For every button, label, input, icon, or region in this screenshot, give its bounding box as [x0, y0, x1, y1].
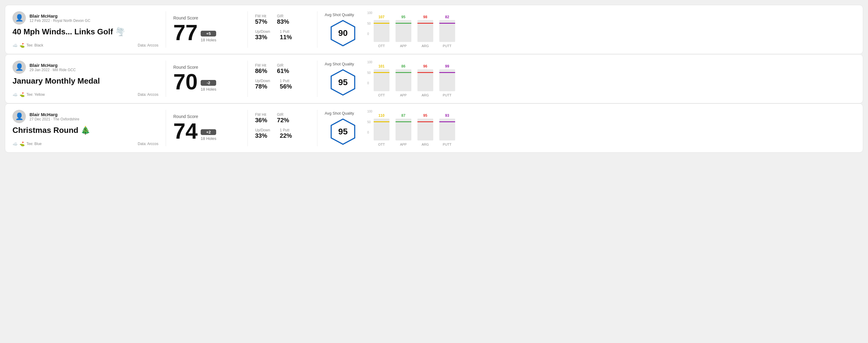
chart-bar-arg: 95 ARG	[417, 114, 433, 146]
card-left-2: 👤 Blair McHarg 29 Jan 2022 · Mill Ride G…	[12, 61, 158, 97]
score-badge-3: +2	[201, 129, 216, 135]
card-footer-1: ☁️ ⛳ Tee: Black Data: Arccos	[12, 43, 158, 48]
avatar-1: 👤	[12, 11, 26, 25]
cloud-icon-3: ☁️	[12, 142, 18, 146]
card-chart-1: 100 50 0 107 OTT 95 APP 98 ARG	[361, 11, 856, 48]
one-putt-stat-1: 1 Putt 11%	[280, 30, 292, 41]
axis-50: 50	[367, 120, 372, 124]
one-putt-stat-2: 1 Putt 56%	[280, 79, 292, 90]
divider-left-3	[166, 110, 166, 146]
data-source-2: Data: Arccos	[138, 92, 158, 97]
chart-col-label-putt: PUTT	[443, 93, 452, 97]
avatar-2: 👤	[12, 61, 26, 74]
avatar-icon-1: 👤	[15, 14, 23, 22]
chart-value-putt: 82	[445, 15, 449, 19]
fw-hit-stat-3: FW Hit 36%	[255, 113, 267, 124]
up-down-label-2: Up/Down	[255, 79, 270, 83]
card-stats-1: FW Hit 57% GIR 83% Up/Down 33% 1 Putt	[255, 11, 310, 48]
tee-info-1: ☁️ ⛳ Tee: Black	[12, 43, 43, 48]
tee-label-2: Tee: Yellow	[26, 92, 45, 97]
card-chart-2: 100 50 0 101 OTT 86 APP 96 ARG	[361, 61, 856, 97]
avatar-icon-3: 👤	[15, 113, 23, 120]
round-title-2: January Monthly Medal	[12, 76, 158, 86]
up-down-value-2: 78%	[255, 83, 270, 90]
score-row-1: 77 +5 18 Holes	[173, 22, 240, 43]
card-left-3: 👤 Blair McHarg 27 Dec 2021 · The Oxfords…	[12, 110, 158, 146]
score-row-3: 74 +2 18 Holes	[173, 120, 240, 142]
score-number-1: 77	[173, 22, 197, 43]
axis-0: 0	[367, 82, 372, 85]
chart-bar-ott: 110 OTT	[374, 114, 390, 146]
one-putt-value-1: 11%	[280, 34, 292, 41]
chart-bar-arg: 96 ARG	[417, 64, 433, 97]
score-row-2: 70 -2 18 Holes	[173, 71, 240, 93]
hexagon-wrapper-3: 95	[329, 118, 356, 145]
fw-hit-value-1: 57%	[255, 18, 267, 25]
one-putt-value-2: 56%	[280, 83, 292, 90]
chart-col-label-putt: PUTT	[443, 143, 452, 146]
tee-label-3: Tee: Blue	[26, 142, 42, 146]
score-label-1: Round Score	[173, 15, 240, 20]
chart-col-label-arg: ARG	[422, 93, 429, 97]
chart-col-label-arg: ARG	[422, 44, 429, 48]
user-meta-3: Blair McHarg 27 Dec 2021 · The Oxfordshi…	[30, 112, 79, 121]
stats-row-top-3: FW Hit 36% GIR 72%	[255, 113, 310, 124]
card-quality-1: Avg Shot Quality 90	[325, 11, 361, 48]
one-putt-label-2: 1 Putt	[280, 79, 292, 83]
tee-icon-2: ⛳	[20, 92, 25, 97]
quality-value-1: 90	[338, 28, 347, 38]
round-title-1: 40 Mph Winds... Links Golf 🌪️	[12, 27, 158, 36]
gir-value-1: 83%	[277, 18, 289, 25]
one-putt-value-3: 22%	[280, 132, 292, 139]
chart-value-putt: 93	[445, 114, 449, 118]
fw-hit-label-1: FW Hit	[255, 14, 267, 18]
divider-left-1	[166, 11, 166, 48]
stats-row-bottom-2: Up/Down 78% 1 Putt 56%	[255, 79, 310, 90]
chart-bar-putt: 82 PUTT	[439, 15, 455, 48]
one-putt-label-1: 1 Putt	[280, 30, 292, 34]
quality-value-2: 95	[338, 77, 347, 87]
chart-col-label-app: APP	[400, 143, 407, 146]
chart-bar-arg: 98 ARG	[417, 15, 433, 48]
score-badge-group-1: +5 18 Holes	[201, 31, 216, 42]
gir-label-2: GIR	[277, 63, 289, 67]
round-card-3: 👤 Blair McHarg 27 Dec 2021 · The Oxfords…	[5, 103, 863, 153]
tee-label-1: Tee: Black	[26, 43, 43, 48]
axis-0: 0	[367, 32, 372, 36]
up-down-stat-3: Up/Down 33%	[255, 128, 270, 139]
chart-value-ott: 110	[378, 114, 384, 118]
quality-label-1: Avg Shot Quality	[325, 12, 354, 17]
user-meta-1: Blair McHarg 12 Feb 2022 · Royal North D…	[30, 13, 90, 23]
fw-hit-value-3: 36%	[255, 117, 267, 124]
holes-label-3: 18 Holes	[201, 136, 216, 141]
axis-100: 100	[367, 110, 372, 113]
score-label-3: Round Score	[173, 114, 240, 119]
axis-0: 0	[367, 131, 372, 134]
chart-value-ott: 101	[378, 64, 384, 68]
chart-bar-ott: 101 OTT	[374, 64, 390, 97]
chart-value-ott: 107	[378, 15, 384, 19]
user-date-course-2: 29 Jan 2022 · Mill Ride GCC	[30, 68, 76, 72]
card-score-3: Round Score 74 +2 18 Holes	[173, 110, 240, 146]
chart-bar-putt: 93 PUTT	[439, 114, 455, 146]
cloud-icon-1: ☁️	[12, 43, 18, 48]
chart-value-arg: 98	[423, 15, 427, 19]
chart-bar-ott: 107 OTT	[374, 15, 390, 48]
chart-col-label-ott: OTT	[378, 93, 385, 97]
tee-info-2: ☁️ ⛳ Tee: Yellow	[12, 92, 45, 97]
card-footer-3: ☁️ ⛳ Tee: Blue Data: Arccos	[12, 142, 158, 146]
hexagon-wrapper-2: 95	[329, 69, 356, 96]
divider-right-1	[317, 11, 317, 48]
cloud-icon-2: ☁️	[12, 92, 18, 97]
divider-middle-2	[247, 61, 248, 97]
chart-bar-app: 86 APP	[396, 64, 411, 97]
card-stats-2: FW Hit 86% GIR 61% Up/Down 78% 1 Putt	[255, 61, 310, 97]
user-name-2: Blair McHarg	[30, 63, 76, 68]
one-putt-stat-3: 1 Putt 22%	[280, 128, 292, 139]
chart-col-label-app: APP	[400, 44, 407, 48]
up-down-value-3: 33%	[255, 132, 270, 139]
chart-bar-app: 87 APP	[396, 114, 411, 146]
card-score-1: Round Score 77 +5 18 Holes	[173, 11, 240, 48]
chart-col-label-ott: OTT	[378, 44, 385, 48]
divider-middle-3	[247, 110, 248, 146]
